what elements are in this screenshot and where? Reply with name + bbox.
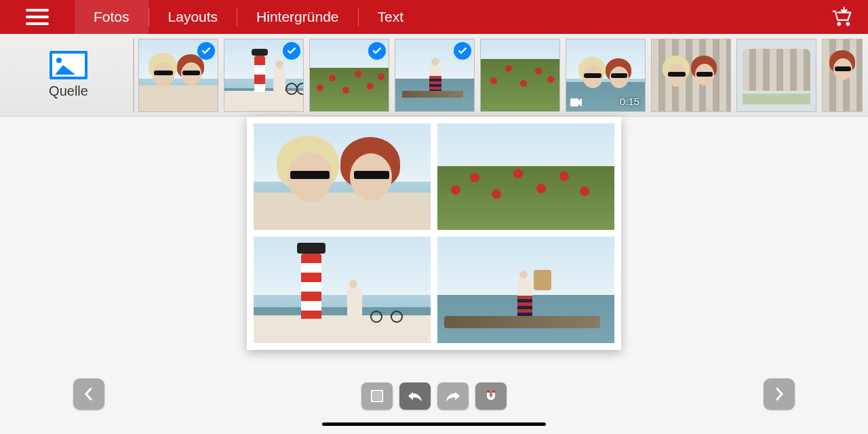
bottom-toolbar — [361, 382, 507, 410]
undo-button[interactable] — [399, 382, 431, 410]
source-button[interactable]: Quelle — [4, 51, 133, 99]
thumb-poppies[interactable] — [309, 39, 389, 112]
svg-point-4 — [846, 22, 850, 26]
svg-rect-5 — [570, 98, 578, 106]
thumb-selfie-video[interactable]: 0:15 — [566, 39, 646, 112]
video-duration: 0:15 — [620, 96, 639, 107]
home-indicator — [322, 422, 546, 426]
canvas-area — [0, 117, 868, 434]
redo-button[interactable] — [437, 382, 469, 410]
strip-divider — [133, 39, 134, 112]
svg-point-3 — [837, 22, 841, 26]
hamburger-icon — [26, 7, 49, 26]
hamburger-menu-button[interactable] — [0, 7, 75, 26]
tab-layouts[interactable]: Layouts — [149, 0, 237, 34]
svg-rect-0 — [26, 9, 49, 12]
page-cell-0[interactable] — [254, 123, 431, 230]
chevron-left-icon — [83, 387, 95, 401]
selected-check-icon — [368, 42, 386, 60]
next-page-button[interactable] — [764, 378, 795, 410]
tab-group: Fotos Layouts Hintergründe Text — [75, 0, 422, 34]
thumb-poppies-tall[interactable] — [480, 39, 560, 112]
crop-button[interactable] — [361, 382, 393, 410]
selected-check-icon — [454, 42, 471, 60]
cart-download-icon — [829, 6, 854, 28]
tab-hintergruende[interactable]: Hintergründe — [237, 0, 357, 34]
source-label: Quelle — [49, 83, 88, 99]
layout-page[interactable] — [247, 117, 621, 350]
page-cell-3[interactable] — [437, 237, 614, 343]
thumb-breakwater[interactable] — [395, 39, 475, 112]
prev-page-button[interactable] — [73, 378, 104, 410]
magnet-icon — [484, 389, 498, 403]
selected-check-icon — [197, 42, 215, 60]
svg-rect-8 — [487, 391, 490, 393]
thumbnail-strip: Quelle — [0, 34, 868, 117]
image-source-icon — [50, 51, 87, 79]
snap-button[interactable] — [475, 382, 507, 410]
page-cell-2[interactable] — [254, 237, 431, 343]
svg-rect-9 — [492, 391, 495, 393]
selected-check-icon — [283, 42, 300, 60]
tab-text[interactable]: Text — [359, 0, 423, 34]
crop-icon — [370, 389, 384, 403]
thumb-lighthouse[interactable] — [224, 39, 304, 112]
thumb-selfie-beach[interactable] — [138, 39, 218, 112]
thumb-selfie-cabana[interactable] — [651, 39, 731, 112]
thumb-cabana[interactable] — [736, 39, 816, 112]
topbar: Fotos Layouts Hintergründe Text — [0, 0, 868, 34]
cart-button[interactable] — [825, 6, 859, 28]
thumb-portrait-cabana[interactable] — [822, 39, 863, 112]
chevron-right-icon — [773, 387, 785, 401]
tab-fotos[interactable]: Fotos — [75, 0, 149, 34]
svg-rect-1 — [26, 16, 49, 18]
svg-rect-7 — [373, 392, 381, 400]
svg-rect-2 — [26, 22, 49, 25]
thumbnail-list[interactable]: 0:15 — [138, 34, 868, 116]
video-icon — [570, 98, 583, 107]
redo-icon — [444, 389, 462, 403]
page-cell-1[interactable] — [437, 123, 614, 230]
undo-icon — [406, 389, 424, 403]
